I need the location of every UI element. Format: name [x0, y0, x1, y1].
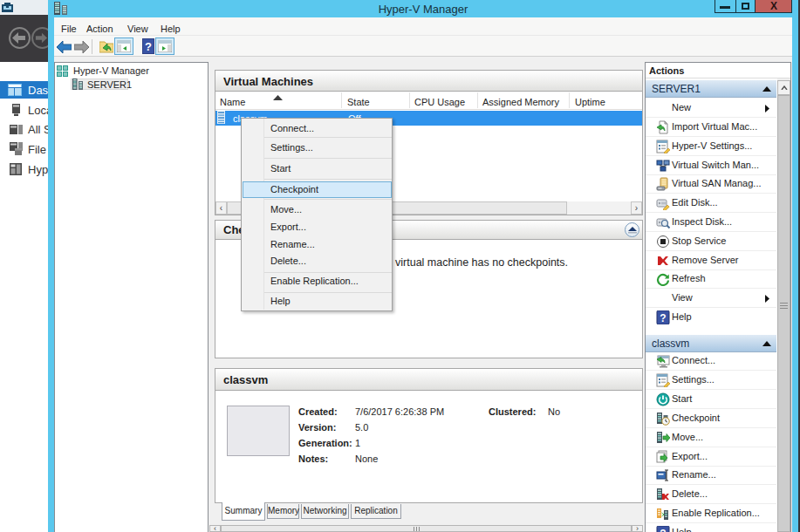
svg-text:?: ?: [660, 528, 666, 532]
svg-text:?: ?: [145, 40, 152, 53]
svg-text:?: ?: [660, 312, 666, 324]
